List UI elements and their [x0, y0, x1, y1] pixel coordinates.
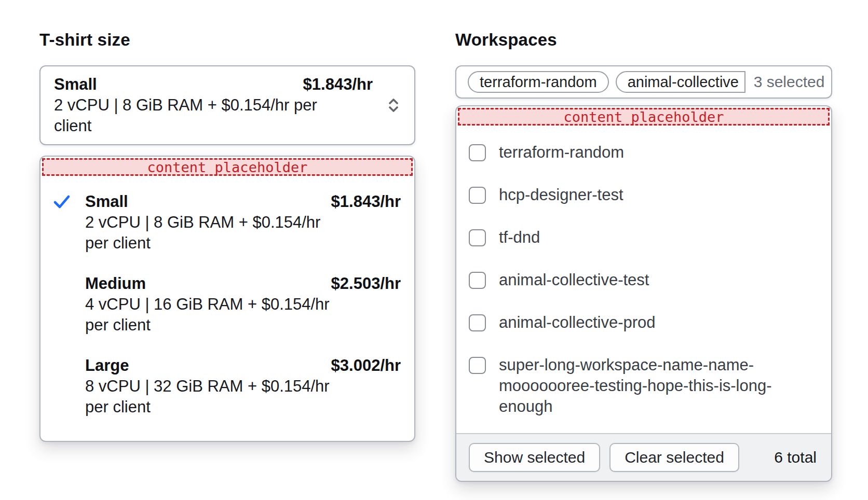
- tshirt-size-label: T-shirt size: [39, 30, 415, 50]
- workspace-name: animal-collective-test: [499, 270, 649, 290]
- workspace-name: animal-collective-prod: [499, 312, 656, 333]
- option-price: $2.503/hr: [331, 273, 401, 294]
- tshirt-size-field: T-shirt size Small $1.843/hr 2 vCPU | 8 …: [39, 30, 415, 442]
- option-description: 8 vCPU | 32 GiB RAM + $0.154/hr per clie…: [85, 376, 334, 418]
- check-icon-empty: [52, 355, 72, 418]
- workspace-option[interactable]: super-long-workspace-name-name- moooooor…: [469, 344, 819, 428]
- selected-count-text: 3 selected: [754, 73, 825, 91]
- workspace-checkbox[interactable]: [469, 272, 486, 289]
- workspace-checkbox[interactable]: [469, 314, 486, 331]
- option-price: $3.002/hr: [331, 355, 401, 376]
- workspace-checkbox[interactable]: [469, 357, 486, 374]
- workspace-checkbox[interactable]: [469, 144, 486, 161]
- workspaces-select-trigger[interactable]: terraform-random animal-collective 3 sel…: [455, 65, 832, 99]
- content-placeholder: content placeholder: [458, 108, 830, 126]
- workspace-option[interactable]: tf-dnd: [469, 216, 819, 259]
- workspace-checkbox[interactable]: [469, 187, 486, 204]
- size-option-large[interactable]: Large $3.002/hr 8 vCPU | 32 GiB RAM + $0…: [52, 345, 401, 427]
- workspace-option[interactable]: hcp-designer-test: [469, 174, 819, 216]
- check-icon: [52, 191, 72, 254]
- option-title: Large: [85, 355, 129, 376]
- workspaces-field: Workspaces terraform-random animal-colle…: [455, 30, 832, 482]
- size-option-small[interactable]: Small $1.843/hr 2 vCPU | 8 GiB RAM + $0.…: [52, 182, 401, 263]
- tshirt-size-dropdown: content placeholder Small $1.843/hr 2 vC…: [39, 156, 415, 442]
- show-selected-button[interactable]: Show selected: [469, 443, 600, 472]
- workspace-option[interactable]: animal-collective-test: [469, 259, 819, 301]
- total-count-text: 6 total: [774, 449, 819, 466]
- tag-pill-animal-collective[interactable]: animal-collective: [616, 71, 745, 93]
- size-option-medium[interactable]: Medium $2.503/hr 4 vCPU | 16 GiB RAM + $…: [52, 263, 401, 345]
- workspaces-dropdown: content placeholder terraform-random hcp…: [455, 105, 832, 482]
- workspaces-dropdown-footer: Show selected Clear selected 6 total: [456, 433, 831, 481]
- clear-selected-button[interactable]: Clear selected: [609, 443, 739, 472]
- option-title: Small: [85, 191, 128, 212]
- selected-size-price: $1.843/hr: [303, 74, 373, 95]
- unfold-chevron-icon: [385, 96, 402, 115]
- check-icon-empty: [52, 273, 72, 336]
- workspace-checkbox[interactable]: [469, 229, 486, 246]
- workspace-name: terraform-random: [499, 142, 624, 163]
- workspace-options-list: terraform-random hcp-designer-test tf-dn…: [456, 127, 831, 433]
- option-title: Medium: [85, 273, 146, 294]
- workspace-name: super-long-workspace-name-name- moooooor…: [499, 355, 819, 417]
- workspace-option[interactable]: animal-collective-prod: [469, 301, 819, 344]
- tag-pill-terraform-random[interactable]: terraform-random: [468, 71, 609, 93]
- workspace-name: tf-dnd: [499, 227, 540, 248]
- selected-size-description: 2 vCPU | 8 GiB RAM + $0.154/hr per clien…: [54, 95, 345, 136]
- workspace-option[interactable]: terraform-random: [469, 131, 819, 174]
- size-options-list: Small $1.843/hr 2 vCPU | 8 GiB RAM + $0.…: [40, 177, 414, 441]
- content-placeholder: content placeholder: [42, 158, 413, 176]
- option-description: 2 vCPU | 8 GiB RAM + $0.154/hr per clien…: [85, 212, 334, 254]
- workspaces-label: Workspaces: [455, 30, 832, 50]
- tshirt-size-select-trigger[interactable]: Small $1.843/hr 2 vCPU | 8 GiB RAM + $0.…: [39, 65, 415, 145]
- option-description: 4 vCPU | 16 GiB RAM + $0.154/hr per clie…: [85, 294, 334, 336]
- selected-size-title: Small: [54, 74, 97, 95]
- workspace-name: hcp-designer-test: [499, 185, 623, 205]
- option-price: $1.843/hr: [331, 191, 401, 212]
